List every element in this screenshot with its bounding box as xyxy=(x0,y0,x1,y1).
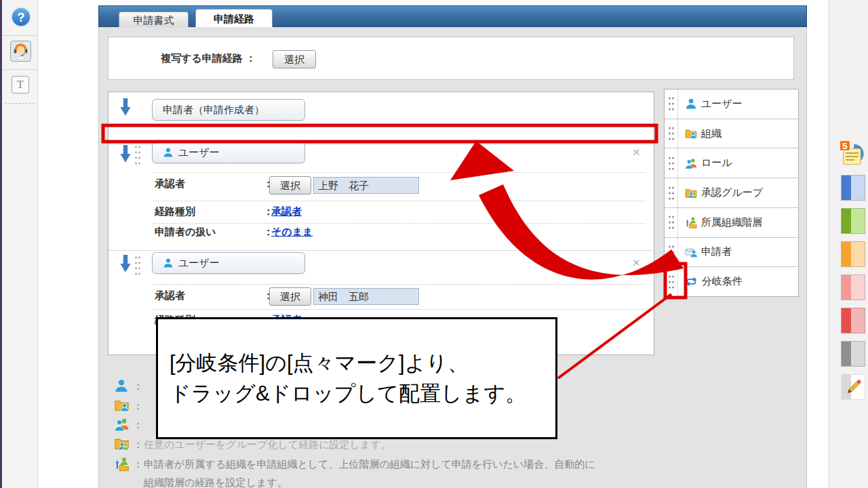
palette-drag-handle[interactable] xyxy=(665,238,678,267)
palette-item-label: ユーザー xyxy=(701,98,743,110)
user-node-label: ユーザー xyxy=(178,146,220,159)
instruction-line-2: ドラッグ&ドロップして配置します。 xyxy=(170,378,555,409)
palette-item-applicant[interactable]: 申請者 xyxy=(665,238,798,268)
applicant-handling-link[interactable]: そのまま xyxy=(271,226,313,239)
swatch-green[interactable] xyxy=(841,208,865,234)
copy-route-colon: ： xyxy=(245,52,256,64)
palette-drag-handle[interactable] xyxy=(665,119,678,148)
copy-route-panel: 複写する申請経路 ： 選択 xyxy=(108,37,794,80)
start-node-label: 申請者（申請作成者） xyxy=(163,104,264,117)
palette-drag-handle[interactable] xyxy=(665,178,678,207)
branch-condition-icon xyxy=(685,276,698,287)
copy-route-select-button[interactable]: 選択 xyxy=(273,50,316,68)
palette-item-label: 組織 xyxy=(701,127,722,140)
flow-down-arrow-icon xyxy=(119,98,132,117)
block-drag-handle[interactable] xyxy=(134,144,141,166)
org-hierarchy-icon xyxy=(685,216,697,228)
palette-item-role[interactable]: ロール xyxy=(665,148,798,178)
block-drag-handle[interactable] xyxy=(134,255,141,277)
swatch-red[interactable] xyxy=(841,308,865,333)
instruction-callout-box: [分岐条件]の[点々マーク]より、 ドラッグ&ドロップして配置します。 xyxy=(156,317,557,439)
sidebar-divider xyxy=(2,69,37,70)
approver-select-button[interactable]: 選択 xyxy=(269,287,311,306)
organization-icon xyxy=(114,398,130,415)
approver-label: 承認者 xyxy=(155,178,185,190)
applicant-icon xyxy=(685,246,697,258)
legend-colon: ： xyxy=(133,380,143,393)
sticky-note-tool-button[interactable]: 5 xyxy=(839,140,866,168)
field-divider xyxy=(153,223,646,224)
palette-item-label: 承認グループ xyxy=(701,186,763,199)
pencil-icon xyxy=(845,378,863,396)
palette-item-user[interactable]: ユーザー xyxy=(665,89,798,119)
sidebar-divider xyxy=(2,35,37,36)
palette-drag-handle-branch-condition[interactable] xyxy=(665,267,678,296)
svg-text:5: 5 xyxy=(842,141,847,151)
sidebar-dashed-divider xyxy=(5,103,35,104)
sticky-note-icon: 5 xyxy=(839,140,866,168)
applicant-handling-label: 申請者の扱い xyxy=(155,226,216,239)
palette-item-organization[interactable]: 組織 xyxy=(665,119,798,149)
palette-item-approval-group[interactable]: 承認グループ xyxy=(665,178,798,208)
palette-item-org-hierarchy[interactable]: 所属組織階層 xyxy=(665,208,798,238)
legend-text: 申請者が所属する組織を申請組織として、上位階層の組織に対して申請を行いたい場合、… xyxy=(144,458,595,471)
role-icon xyxy=(685,157,697,169)
flow-down-arrow-icon xyxy=(119,255,132,274)
palette-item-label: 分岐条件 xyxy=(702,275,743,288)
tab-application-route[interactable]: 申請経路 xyxy=(195,9,273,27)
user-icon xyxy=(685,98,697,110)
user-node-label: ユーザー xyxy=(178,257,220,270)
tab-application-form[interactable]: 申請書式 xyxy=(119,12,189,27)
legend-colon: ： xyxy=(133,400,143,413)
text-tool-button[interactable]: T xyxy=(12,76,29,94)
palette-item-branch-condition[interactable]: 分岐条件 xyxy=(665,267,798,296)
operator-button[interactable] xyxy=(10,41,31,62)
palette-item-label: 申請者 xyxy=(701,245,732,258)
approval-group-icon xyxy=(685,187,697,199)
user-icon xyxy=(163,147,174,158)
approver-label: 承認者 xyxy=(155,289,185,302)
copy-route-label: 複写する申請経路 ： xyxy=(161,52,256,65)
legend-colon: ： xyxy=(133,458,143,471)
field-divider xyxy=(153,172,646,173)
legend-colon: ： xyxy=(133,439,143,451)
copy-route-label-text: 複写する申請経路 xyxy=(161,52,243,64)
instruction-line-1: [分岐条件]の[点々マーク]より、 xyxy=(170,348,555,378)
annotation-color-toolbar: 5 xyxy=(829,0,868,488)
field-divider xyxy=(153,309,646,310)
swatch-pink[interactable] xyxy=(841,274,865,300)
start-node-applicant[interactable]: 申請者（申請作成者） xyxy=(152,99,305,121)
flow-down-arrow-icon xyxy=(119,145,132,164)
organization-icon xyxy=(685,127,697,140)
field-divider xyxy=(153,284,646,285)
approver-name-field[interactable]: 上野 花子 xyxy=(313,177,419,194)
palette-drag-handle[interactable] xyxy=(665,89,678,119)
route-parts-palette: ユーザー 組織 ロール 承認 xyxy=(664,89,799,297)
pencil-tool-button[interactable] xyxy=(841,374,865,400)
field-divider xyxy=(153,201,646,201)
svg-text:?: ? xyxy=(18,11,25,24)
approver-name-field[interactable]: 神田 五郎 xyxy=(313,288,419,305)
user-icon xyxy=(163,258,174,268)
swatch-gray[interactable] xyxy=(841,341,865,367)
help-button[interactable]: ? xyxy=(9,5,33,28)
block-close-button[interactable]: ✕ xyxy=(632,257,641,269)
help-icon: ? xyxy=(9,5,33,28)
palette-item-label: 所属組織階層 xyxy=(701,216,762,229)
user-node[interactable]: ユーザー xyxy=(152,252,305,274)
legend-text-line2: 組織階層の経路を設定します。 xyxy=(144,476,288,488)
user-icon xyxy=(114,378,129,396)
annotation-tool-sidebar: ? T xyxy=(2,0,38,488)
block-close-button[interactable]: ✕ xyxy=(632,146,641,159)
palette-drag-handle[interactable] xyxy=(665,148,678,178)
approval-group-icon xyxy=(114,436,130,454)
user-node[interactable]: ユーザー xyxy=(152,142,305,163)
palette-drag-handle[interactable] xyxy=(665,208,678,237)
swatch-orange[interactable] xyxy=(841,241,865,267)
legend-text: 任意のユーザーをグループ化して経路に設定します。 xyxy=(144,439,391,451)
approver-select-button[interactable]: 選択 xyxy=(269,176,311,195)
palette-item-label: ロール xyxy=(701,157,732,169)
route-type-link[interactable]: 承認者 xyxy=(271,205,302,218)
swatch-blue[interactable] xyxy=(841,175,865,201)
operator-icon xyxy=(10,41,31,62)
